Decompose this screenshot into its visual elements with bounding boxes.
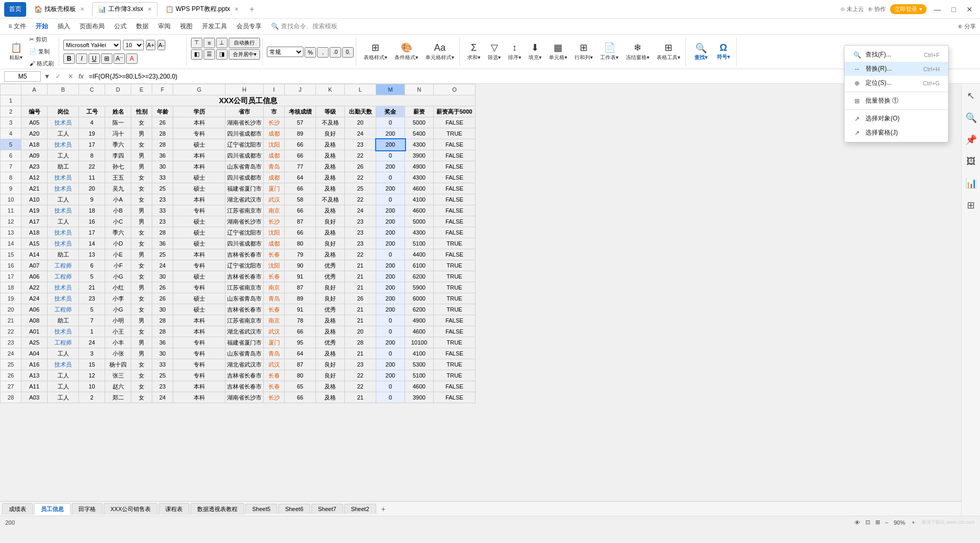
table-cell[interactable]: 及格 [316,205,345,216]
table-cell[interactable]: 21 [79,282,105,293]
table-cell[interactable]: 5400 [405,128,434,139]
table-cell[interactable]: 男 [131,249,152,260]
table-cell[interactable]: A24 [21,293,48,304]
table-cell[interactable]: 200 [376,337,405,348]
table-cell[interactable]: 工人 [48,150,79,161]
side-cursor-icon[interactable]: ↖ [965,88,977,104]
excel-tab-close[interactable]: ✕ [148,6,152,12]
table-cell[interactable]: 女 [131,260,152,271]
table-cell[interactable]: 工人 [48,216,79,227]
table-cell[interactable]: A18 [21,227,48,238]
table-cell[interactable]: 2 [79,392,105,403]
table-cell[interactable]: 女 [131,183,152,194]
side-table-icon[interactable]: ⊞ [965,197,977,213]
table-cell[interactable]: A11 [21,381,48,392]
table-cell[interactable]: 及格 [316,161,345,172]
table-cell[interactable]: 23 [79,293,105,304]
table-cell[interactable]: 男 [131,348,152,359]
table-cell[interactable]: 28 [152,139,173,150]
table-cell[interactable]: A18 [21,139,48,150]
table-cell[interactable]: 6200 [405,304,434,315]
table-cell[interactable]: 男 [131,315,152,326]
table-cell[interactable]: 23 [152,381,173,392]
menu-page-layout[interactable]: 页面布局 [75,20,109,32]
table-cell[interactable]: 小G [105,304,131,315]
header-cell[interactable]: 奖金 [376,106,405,117]
table-cell[interactable]: 工程师 [48,271,79,282]
table-cell[interactable]: 长沙 [264,392,285,403]
sheet-tab-sheet6[interactable]: Sheet6 [278,504,310,514]
table-cell[interactable]: TRUE [434,359,476,370]
tab-excel[interactable]: 📊 工作簿3.xlsx ✕ [92,2,157,17]
table-cell[interactable]: 江苏省南京市 [226,315,264,326]
table-cell[interactable]: 女 [131,381,152,392]
table-cell[interactable]: 200 [376,161,405,172]
table-cell[interactable]: 技术员 [48,282,79,293]
table-cell[interactable]: 技术员 [48,172,79,183]
table-cell[interactable]: TRUE [434,370,476,381]
table-cell[interactable]: 17 [79,139,105,150]
table-cell[interactable]: 本科 [173,117,226,128]
table-cell[interactable]: 专科 [173,348,226,359]
find-menu-item[interactable]: 🔍 查找(F)... Ctrl+F [844,48,948,62]
table-cell[interactable]: 本科 [173,381,226,392]
table-cell[interactable]: 男 [131,161,152,172]
table-cell[interactable]: 80 [285,370,316,381]
table-cell[interactable]: 22 [345,381,376,392]
table-cell[interactable]: 25 [152,370,173,381]
table-cell[interactable]: 青岛 [264,348,285,359]
table-cell[interactable]: 28 [152,315,173,326]
table-cell[interactable]: A20 [21,128,48,139]
table-cell[interactable]: 本科 [173,194,226,205]
table-cell[interactable]: 200 [376,304,405,315]
table-cell[interactable]: 技术员 [48,205,79,216]
table-cell[interactable]: 9 [79,194,105,205]
tab-template[interactable]: 🏠 找板壳模板 ✕ [28,2,90,17]
eye-icon[interactable]: 👁 [854,519,860,526]
align-bottom-btn[interactable]: ⊥ [216,38,228,48]
select-pane-menu-item[interactable]: ↗ 选择窗格(J) [844,126,948,140]
sheet-tab-xiaoshou[interactable]: XXX公司销售表 [104,503,157,515]
table-cell[interactable]: 及格 [316,381,345,392]
table-cell[interactable]: 郑二 [105,392,131,403]
sum-btn[interactable]: Σ求和▾ [464,40,483,63]
table-cell[interactable]: 及格 [316,183,345,194]
font-name-select[interactable]: Microsoft YaHei [63,40,121,50]
table-cell[interactable]: 1 [79,326,105,337]
table-cell[interactable]: 87 [285,216,316,227]
table-cell[interactable]: 小A [105,194,131,205]
table-cell[interactable]: 7 [79,315,105,326]
table-cell[interactable]: 吴九 [105,183,131,194]
menu-search[interactable]: 🔍 查找命令、搜索模板 [267,20,341,32]
header-cell[interactable]: 出勤天数 [345,106,376,117]
table-cell[interactable]: 四川省成都市 [226,238,264,249]
table-cell[interactable]: 12 [79,370,105,381]
table-cell[interactable]: FALSE [434,216,476,227]
table-cell[interactable]: 4600 [405,183,434,194]
table-cell[interactable]: 男 [131,337,152,348]
table-cell[interactable]: 11 [79,172,105,183]
table-cell[interactable]: 3900 [405,392,434,403]
table-cell[interactable]: 25 [152,183,173,194]
table-cell[interactable]: 0 [376,249,405,260]
table-cell[interactable]: 不及格 [316,117,345,128]
table-cell[interactable]: A17 [21,216,48,227]
table-cell[interactable]: A15 [21,238,48,249]
table-cell[interactable]: 优秀 [316,260,345,271]
table-cell[interactable]: 4 [79,117,105,128]
table-cell[interactable]: 南京 [264,282,285,293]
table-cell[interactable]: 20 [345,117,376,128]
cut-btn[interactable]: ✂ 剪切 [27,34,57,45]
table-cell[interactable]: 33 [152,172,173,183]
table-cell[interactable]: 30 [152,348,173,359]
table-cell[interactable]: 23 [345,359,376,370]
table-cell[interactable]: A19 [21,205,48,216]
table-cell[interactable]: 湖南省长沙市 [226,216,264,227]
sheet-title[interactable]: XXX公司员工信息 [21,95,476,106]
table-cell[interactable]: 湖北省武汉市 [226,326,264,337]
table-cell[interactable]: 23 [345,139,376,150]
menu-member[interactable]: 会员专享 [232,20,266,32]
table-cell[interactable]: 64 [285,172,316,183]
table-cell[interactable]: 良好 [316,293,345,304]
table-cell[interactable]: 21 [345,260,376,271]
